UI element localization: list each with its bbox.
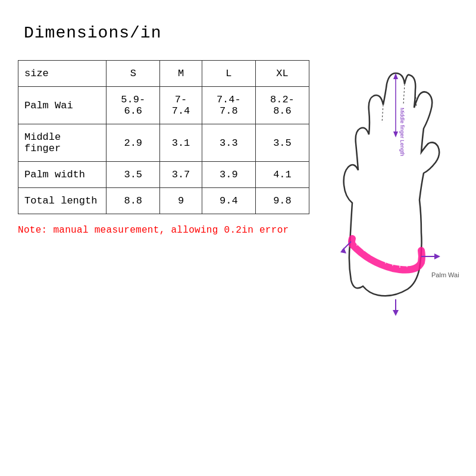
svg-marker-5	[393, 131, 398, 137]
row-label: Palm Wai	[18, 87, 107, 124]
table-row: Palm Wai5.9-6.67-7.47.4-7.88.2-8.6	[18, 87, 309, 124]
row-label: Total length	[18, 188, 107, 214]
row-value: 9.8	[255, 188, 309, 214]
table-header: size	[18, 61, 107, 87]
row-label: Palm width	[18, 162, 107, 188]
size-table: sizeSMLXLPalm Wai5.9-6.67-7.47.4-7.88.2-…	[18, 60, 309, 214]
row-value: 5.9-6.6	[107, 87, 160, 124]
table-row: Middle finger2.93.13.33.5	[18, 124, 309, 162]
svg-line-0	[382, 105, 383, 123]
page-title: Dimensions/in	[24, 24, 458, 42]
row-value: 3.3	[202, 124, 255, 162]
row-value: 9	[160, 188, 202, 214]
row-label: Middle finger	[18, 124, 107, 162]
row-value: 3.1	[160, 124, 202, 162]
table-header: XL	[255, 61, 309, 87]
note-text: Note: manual measurement, allowing 0.2in…	[18, 225, 309, 236]
svg-line-1	[403, 84, 405, 105]
row-value: 8.2-8.6	[255, 87, 309, 124]
row-value: 3.5	[107, 162, 160, 188]
row-value: 3.9	[202, 162, 255, 188]
svg-marker-19	[434, 253, 440, 259]
row-value: 7-7.4	[160, 87, 202, 124]
page-container: Dimensions/in sizeSMLXLPalm Wai5.9-6.67-…	[0, 0, 476, 476]
row-value: 9.4	[202, 188, 255, 214]
row-value: 2.9	[107, 124, 160, 162]
svg-marker-22	[393, 310, 399, 316]
svg-text:Palm Wai: Palm Wai	[431, 271, 459, 278]
svg-marker-17	[340, 248, 346, 253]
row-value: 3.7	[160, 162, 202, 188]
table-row: Total length8.899.49.8	[18, 188, 309, 214]
row-value: 3.5	[255, 124, 309, 162]
row-value: 7.4-7.8	[202, 87, 255, 124]
table-header: M	[160, 61, 202, 87]
svg-text:Middle finger Length: Middle finger Length	[399, 108, 405, 156]
row-value: 4.1	[255, 162, 309, 188]
table-header: L	[202, 61, 255, 87]
row-value: 8.8	[107, 188, 160, 214]
table-row: Palm width3.53.73.94.1	[18, 162, 309, 188]
table-section: sizeSMLXLPalm Wai5.9-6.67-7.47.4-7.88.2-…	[18, 60, 309, 236]
table-header: S	[107, 61, 160, 87]
glove-illustration: Middle finger Length	[321, 60, 464, 310]
content-area: sizeSMLXLPalm Wai5.9-6.67-7.47.4-7.88.2-…	[18, 60, 458, 310]
